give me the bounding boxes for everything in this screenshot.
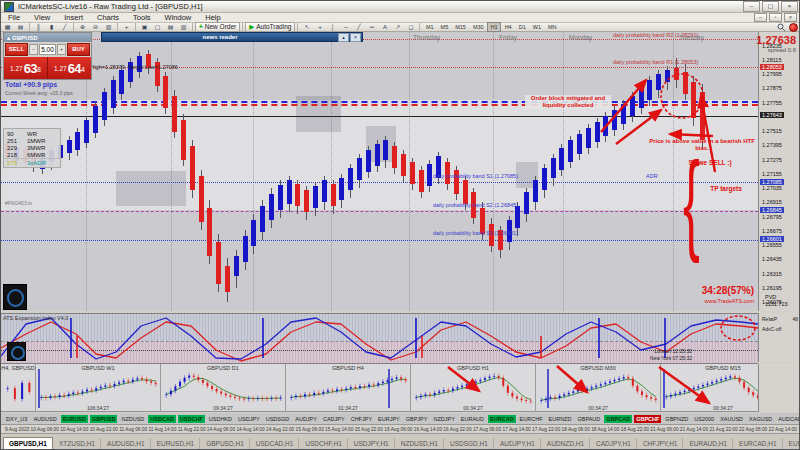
price-axis[interactable]: 1.27638 spread 0.6 1.282351.281151.27995… bbox=[758, 32, 800, 311]
new-chart-icon[interactable]: ▦ bbox=[1, 22, 14, 32]
main-chart[interactable]: daily probability band R2 (1.28291) dail… bbox=[1, 32, 758, 311]
child-restore-button[interactable]: ▫ bbox=[769, 13, 782, 22]
ticker-gbpusd[interactable]: GBPUSD bbox=[90, 415, 118, 423]
text-label-icon[interactable]: A bbox=[378, 22, 391, 32]
shapes-icon[interactable]: ◻ bbox=[404, 22, 417, 32]
time-axis[interactable]: 9 Aug 202310 Aug 06:0010 Aug 14:0010 Aug… bbox=[1, 425, 800, 434]
search-icon[interactable] bbox=[777, 23, 786, 32]
chart-tab-eurcad-h1[interactable]: EURCAD,H1 bbox=[734, 438, 783, 449]
ticker-eurjpy[interactable]: EURJPY bbox=[376, 415, 402, 423]
navigator-icon[interactable]: ▤ bbox=[164, 22, 177, 32]
chart-tab-usdchf-h1[interactable]: USDCHF,H1 bbox=[300, 438, 347, 449]
child-minimize-button[interactable]: – bbox=[754, 13, 767, 22]
data-window-icon[interactable]: ▢ bbox=[151, 22, 164, 32]
collapse-arrow-icon[interactable]: ▴ bbox=[7, 34, 10, 41]
chart-tab-cadjpy-h1[interactable]: CADJPY,H1 bbox=[591, 438, 637, 449]
ticker-eurnzd[interactable]: EURNZD bbox=[547, 415, 574, 423]
chart-tab-usdjpy-h1[interactable]: USDJPY,H1 bbox=[349, 438, 395, 449]
channel-icon[interactable]: ═ bbox=[365, 22, 378, 32]
bar-chart-icon[interactable]: ║ bbox=[32, 22, 45, 32]
ticker-xauusd[interactable]: XAUUSD bbox=[718, 415, 745, 423]
ticker-audjpy[interactable]: AUDJPY bbox=[293, 415, 319, 423]
mini-charts-strip[interactable]: H4, GBPUSDGBPUSD W1106:34:27GBPUSD D109:… bbox=[1, 364, 758, 412]
chart-tab-xtzusd-h1[interactable]: XTZUSD,H1 bbox=[54, 438, 101, 449]
child-close-button[interactable]: × bbox=[784, 13, 797, 22]
chart-tab-nzdusd-h1[interactable]: NZDUSD,H1 bbox=[396, 438, 444, 449]
menu-tools[interactable]: Tools bbox=[126, 13, 158, 22]
timeframe-w1[interactable]: W1 bbox=[529, 22, 544, 32]
ticker-gbpchf[interactable]: GBPCHF bbox=[634, 415, 661, 423]
ticker-eurcad[interactable]: EURCAD bbox=[488, 415, 516, 423]
chart-tab-audjpy-h1[interactable]: AUDJPY,H1 bbox=[495, 438, 541, 449]
volume-input[interactable]: 5.00 bbox=[39, 44, 56, 55]
news-minimize-button[interactable]: ▴ bbox=[338, 33, 349, 42]
vertical-line-icon[interactable]: │ bbox=[326, 22, 339, 32]
sell-button[interactable]: SELL bbox=[5, 43, 28, 56]
timeframe-h1[interactable]: H1 bbox=[487, 22, 501, 32]
volume-decrease-button[interactable]: − bbox=[29, 44, 38, 55]
close-button[interactable]: × bbox=[781, 1, 798, 12]
new-order-button[interactable]: +New Order bbox=[195, 22, 240, 32]
timeframe-d1[interactable]: D1 bbox=[515, 22, 529, 32]
ticker-eurchf[interactable]: EURCHF bbox=[518, 415, 545, 423]
ticker-usdsgd[interactable]: USDSGD bbox=[264, 415, 292, 423]
zoom-in-icon[interactable]: ⊕ bbox=[76, 22, 89, 32]
indicator-axis[interactable]: RelatP 48 AdvC-off bbox=[758, 313, 800, 362]
ticker-nzdusd[interactable]: NZDUSD bbox=[119, 415, 146, 423]
ticker-usdjpy[interactable]: USDJPY bbox=[236, 415, 262, 423]
chart-tab-usdcad-h1[interactable]: USDCAD,H1 bbox=[251, 438, 300, 449]
title-bar[interactable]: ICMarketsSC-Live16 - Raw Trading Ltd - [… bbox=[1, 1, 800, 13]
cursor-icon[interactable]: ↖ bbox=[300, 22, 313, 32]
chart-tab-chfjpy-h1[interactable]: CHFJPY,H1 bbox=[638, 438, 684, 449]
ticker-us2000[interactable]: US2000 bbox=[692, 415, 716, 423]
menu-window[interactable]: Window bbox=[158, 13, 199, 22]
minimize-button[interactable]: – bbox=[743, 1, 760, 12]
timeframe-m5[interactable]: M5 bbox=[437, 22, 452, 32]
ticker-gbpaud[interactable]: GBPAUD bbox=[575, 415, 602, 423]
maximize-button[interactable]: ▢ bbox=[762, 1, 779, 12]
ticker-chfjpy[interactable]: CHFJPY bbox=[349, 415, 374, 423]
ticker-gbpjpy[interactable]: GBPJPY bbox=[404, 415, 430, 423]
line-chart-icon[interactable]: ╱ bbox=[58, 22, 71, 32]
ticker-usdhkd[interactable]: USDHKD bbox=[207, 415, 234, 423]
ticker-audusd[interactable]: AUDUSD bbox=[31, 415, 58, 423]
menu-charts[interactable]: Charts bbox=[90, 13, 126, 22]
window-layout-icon[interactable]: ▥ bbox=[102, 22, 115, 32]
news-close-button[interactable]: × bbox=[350, 33, 361, 42]
timeframe-m1[interactable]: M1 bbox=[422, 22, 437, 32]
horizontal-line-icon[interactable]: ─ bbox=[339, 22, 352, 32]
chart-tab-gbpusd-h1[interactable]: GBPUSD,H1 bbox=[3, 437, 53, 449]
chart-profiles-icon[interactable]: ▤ bbox=[14, 22, 27, 32]
market-watch-icon[interactable]: ▣ bbox=[138, 22, 151, 32]
menu-view[interactable]: View bbox=[27, 13, 57, 22]
news-reader-window[interactable]: news reader ▴ × bbox=[101, 32, 363, 42]
ticker-cadjpy[interactable]: CADJPY bbox=[321, 415, 347, 423]
trendline-icon[interactable]: ╱ bbox=[352, 22, 365, 32]
timeframe-mn[interactable]: MN bbox=[544, 22, 560, 32]
ticker-usdcad[interactable]: USDCAD bbox=[148, 415, 176, 423]
ticker-audcad[interactable]: AUDCAD bbox=[776, 415, 800, 423]
menu-insert[interactable]: Insert bbox=[57, 13, 90, 22]
record-icon[interactable] bbox=[789, 23, 798, 32]
timeframe-m15[interactable]: M15 bbox=[452, 22, 470, 32]
chart-tab-eurusd-h1[interactable]: EURUSD,H1 bbox=[152, 438, 201, 449]
trade-panel-header[interactable]: ▴GBPUSD bbox=[4, 33, 91, 42]
arrow-objects-icon[interactable]: ↗ bbox=[391, 22, 404, 32]
timeframe-h4[interactable]: H4 bbox=[501, 22, 515, 32]
menu-file[interactable]: File bbox=[1, 13, 27, 22]
terminal-icon[interactable]: ▥ bbox=[177, 22, 190, 32]
chart-tab-audusd-h1[interactable]: AUDUSD,H1 bbox=[102, 438, 151, 449]
zoom-out-icon[interactable]: ⊖ bbox=[89, 22, 102, 32]
indicator-subwindow[interactable]: ATS Expansion Index V4.0 London 12:25:32… bbox=[1, 313, 758, 364]
candlestick-chart-icon[interactable]: ▮ bbox=[45, 22, 58, 32]
timeframe-m30[interactable]: M30 bbox=[469, 22, 487, 32]
ticker-dxy_u3[interactable]: DXY_U3 bbox=[4, 415, 29, 423]
ticker-eurusd[interactable]: EURUSD bbox=[61, 415, 88, 423]
ticker-gbpcad[interactable]: GBPCAD bbox=[604, 415, 632, 423]
ticker-usdchf[interactable]: USDCHF bbox=[178, 415, 205, 423]
add-indicator-icon[interactable]: + bbox=[120, 22, 133, 32]
menu-help[interactable]: Help bbox=[198, 13, 227, 22]
chart-tab-euraud-h1[interactable]: EURAUD,H1 bbox=[684, 438, 733, 449]
bid-price[interactable]: 1.27638 bbox=[4, 57, 48, 79]
chart-tab-usdsgd-h1[interactable]: USDSGD,H1 bbox=[445, 438, 494, 449]
